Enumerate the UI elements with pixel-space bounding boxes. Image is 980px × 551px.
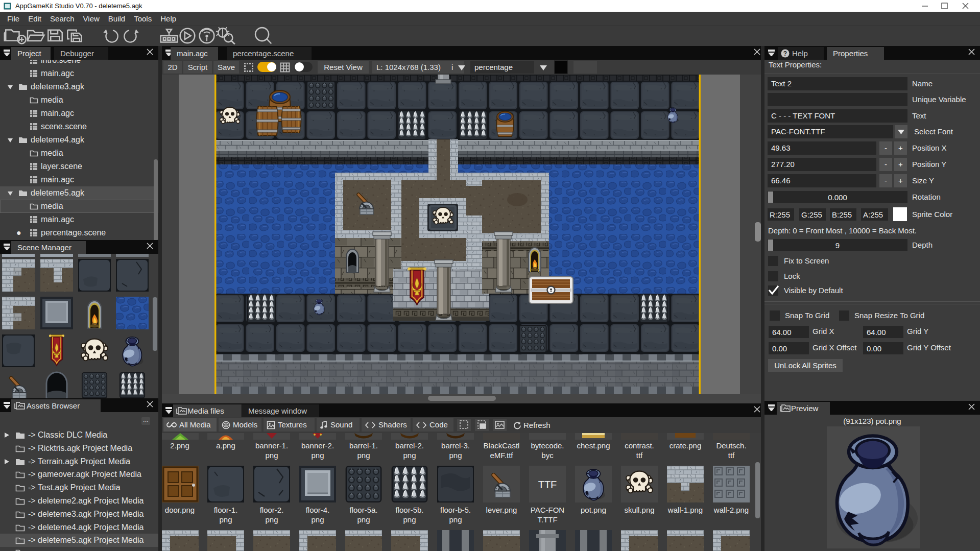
svg-text:TTF: TTF <box>538 479 557 490</box>
svg-text:?: ? <box>783 50 787 57</box>
